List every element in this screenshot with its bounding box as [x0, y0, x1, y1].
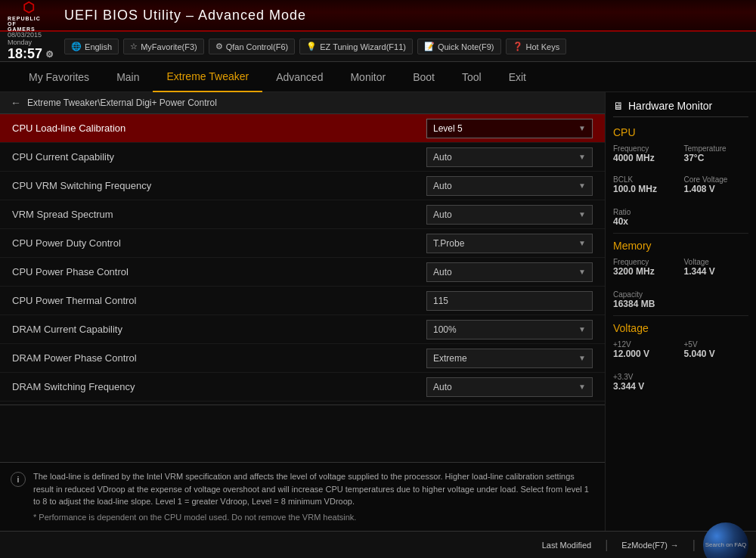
table-row[interactable]: CPU VRM Switching Frequency Auto ▼ [0, 172, 605, 200]
nav-exit[interactable]: Exit [495, 62, 540, 92]
hw-cpu-core-voltage: Core Voltage 1.408 V [684, 175, 749, 194]
table-row[interactable]: CPU Power Duty Control T.Probe ▼ [0, 229, 605, 258]
nav-advanced[interactable]: Advanced [262, 62, 336, 92]
last-modified-button[interactable]: Last Modified [536, 538, 597, 552]
setting-control[interactable]: T.Probe ▼ [426, 234, 593, 253]
table-row[interactable]: DRAM Current Capability 100% ▼ [0, 315, 605, 344]
hw-divider-2 [613, 315, 748, 316]
cpu-power-phase-dropdown[interactable]: Auto ▼ [426, 262, 593, 282]
table-row[interactable]: DRAM Switching Frequency Auto ▼ [0, 373, 605, 401]
monitor-icon: 🖥 [613, 100, 624, 112]
setting-control[interactable]: 100% ▼ [426, 320, 593, 339]
chevron-down-icon: ▼ [578, 354, 586, 362]
setting-control[interactable] [426, 291, 593, 311]
globe-icon: 🌐 [71, 42, 82, 51]
ez-tuning-button[interactable]: 💡 EZ Tuning Wizard(F11) [299, 39, 413, 54]
cpu-load-line-dropdown[interactable]: Level 5 ▼ [426, 119, 593, 138]
hw-cpu-bclk: BCLK 100.0 MHz [613, 175, 678, 194]
dram-power-phase-dropdown[interactable]: Extreme ▼ [426, 349, 593, 368]
setting-label: CPU Power Duty Control [12, 237, 426, 249]
setting-label: CPU Power Thermal Control [12, 295, 426, 306]
chevron-down-icon: ▼ [578, 239, 586, 247]
main-panel: ← Extreme Tweaker\External Digi+ Power C… [0, 92, 605, 531]
my-favorite-button[interactable]: ☆ MyFavorite(F3) [123, 39, 204, 54]
datetime: 08/03/2015 Monday 18:57 ⚙ [8, 31, 54, 62]
hw-memory-grid: Frequency 3200 MHz Voltage 1.344 V [613, 258, 748, 283]
setting-control[interactable]: Auto ▼ [426, 377, 593, 397]
hw-v5: +5V 5.040 V [684, 340, 749, 359]
chevron-down-icon: ▼ [578, 124, 586, 132]
setting-label: DRAM Switching Frequency [12, 381, 426, 392]
setting-control[interactable]: Auto ▼ [426, 205, 593, 225]
cpu-power-duty-dropdown[interactable]: T.Probe ▼ [426, 234, 593, 253]
hw-divider [613, 233, 748, 234]
hot-keys-button[interactable]: ❓ Hot Keys [506, 39, 567, 54]
hw-cpu-frequency: Frequency 4000 MHz [613, 144, 678, 163]
cpu-power-thermal-input[interactable] [426, 291, 593, 311]
chevron-down-icon: ▼ [578, 325, 586, 333]
chevron-down-icon: ▼ [578, 383, 586, 391]
back-arrow-icon[interactable]: ← [11, 97, 21, 109]
chevron-down-icon: ▼ [578, 268, 586, 276]
hw-mem-capacity: Capacity 16384 MB [613, 290, 748, 309]
chevron-down-icon: ▼ [578, 153, 586, 161]
info-icon: i [11, 472, 26, 487]
content-area: ← Extreme Tweaker\External Digi+ Power C… [0, 92, 756, 531]
setting-label: CPU Power Phase Control [12, 266, 426, 277]
setting-control[interactable]: Level 5 ▼ [426, 119, 593, 138]
chevron-down-icon: ▼ [578, 210, 586, 219]
hw-monitor-title: 🖥 Hardware Monitor [613, 100, 748, 117]
nav-monitor[interactable]: Monitor [336, 62, 399, 92]
chevron-down-icon: ▼ [578, 181, 586, 190]
table-row[interactable]: CPU Current Capability Auto ▼ [0, 143, 605, 172]
nav-tool[interactable]: Tool [448, 62, 495, 92]
nav-extreme-tweaker[interactable]: Extreme Tweaker [153, 62, 262, 92]
dram-current-capability-dropdown[interactable]: 100% ▼ [426, 320, 593, 339]
quick-note-button[interactable]: 📝 Quick Note(F9) [417, 39, 501, 54]
setting-control[interactable]: Extreme ▼ [426, 349, 593, 368]
pipe-divider: | [605, 538, 608, 552]
table-row[interactable]: DRAM Power Phase Control Extreme ▼ [0, 344, 605, 373]
second-bar: 08/03/2015 Monday 18:57 ⚙ 🌐 English ☆ My… [0, 32, 756, 62]
bottom-bar: Last Modified | EzMode(F7) → | Search on… [0, 531, 756, 558]
table-row[interactable]: VRM Spread Spectrum Auto ▼ [0, 200, 605, 229]
setting-control[interactable]: Auto ▼ [426, 147, 593, 167]
nav-bar: My Favorites Main Extreme Tweaker Advanc… [0, 62, 756, 92]
hw-v12: +12V 12.000 V [613, 340, 678, 359]
table-row[interactable]: CPU Power Thermal Control [0, 287, 605, 315]
hw-mem-frequency: Frequency 3200 MHz [613, 258, 678, 277]
date-display: 08/03/2015 Monday [8, 31, 54, 46]
bios-title: UEFI BIOS Utility – Advanced Mode [64, 8, 306, 23]
hardware-monitor-panel: 🖥 Hardware Monitor CPU Frequency 4000 MH… [605, 92, 756, 531]
nav-boot[interactable]: Boot [399, 62, 448, 92]
hw-cpu-temperature: Temperature 37°C [684, 144, 749, 163]
hw-cpu-ratio: Ratio 40x [613, 208, 748, 227]
pipe-divider-2: | [692, 538, 696, 552]
cpu-vrm-switching-dropdown[interactable]: Auto ▼ [426, 176, 593, 196]
info-panel: i The load-line is defined by the Intel … [0, 462, 605, 531]
nav-main[interactable]: Main [103, 62, 153, 92]
table-row[interactable]: CPU Load-line Calibration Level 5 ▼ [0, 114, 605, 143]
table-row[interactable]: CPU Power Phase Control Auto ▼ [0, 258, 605, 287]
setting-label: CPU Current Capability [12, 151, 426, 163]
qfan-control-button[interactable]: ⚙ Qfan Control(F6) [209, 39, 296, 54]
divider [0, 405, 605, 405]
setting-control[interactable]: Auto ▼ [426, 262, 593, 282]
bottom-right: Last Modified | EzMode(F7) → | Search on… [536, 522, 748, 559]
nav-my-favorites[interactable]: My Favorites [15, 62, 103, 92]
settings-gear-icon[interactable]: ⚙ [45, 49, 54, 60]
ez-mode-button[interactable]: EzMode(F7) → [615, 538, 685, 552]
setting-control[interactable]: Auto ▼ [426, 176, 593, 196]
bulb-icon: 💡 [306, 42, 317, 51]
vrm-spread-spectrum-dropdown[interactable]: Auto ▼ [426, 205, 593, 225]
arrow-right-icon: → [671, 541, 679, 550]
hw-cpu-grid: Frequency 4000 MHz Temperature 37°C BCLK… [613, 144, 748, 200]
language-button[interactable]: 🌐 English [64, 39, 119, 54]
note-icon: 📝 [424, 42, 435, 51]
setting-label: CPU VRM Switching Frequency [12, 180, 426, 191]
breadcrumb-text: Extreme Tweaker\External Digi+ Power Con… [27, 98, 217, 108]
rog-logo-text: REPUBLIC OFGAMERS [8, 16, 49, 32]
dram-switching-freq-dropdown[interactable]: Auto ▼ [426, 377, 593, 397]
cpu-current-capability-dropdown[interactable]: Auto ▼ [426, 147, 593, 167]
search-on-faq-button[interactable]: Search on FAQ [703, 522, 748, 559]
